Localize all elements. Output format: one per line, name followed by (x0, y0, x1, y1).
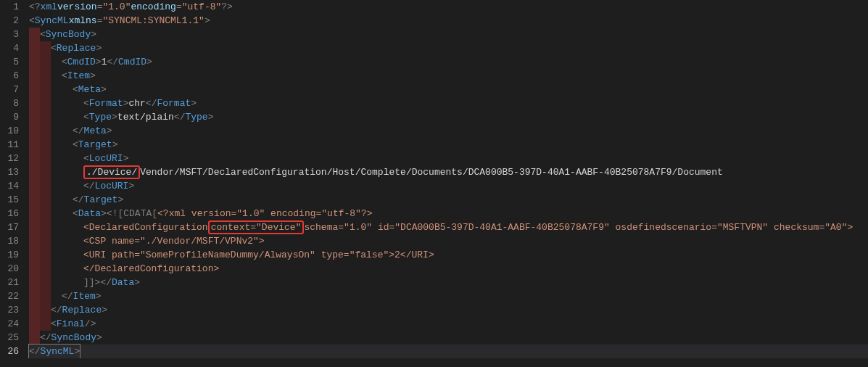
code-token: < (51, 317, 57, 331)
line-number: 18 (0, 234, 29, 248)
code-line[interactable]: <CmdID>1</CmdID> (29, 55, 868, 69)
line-number: 10 (0, 124, 29, 138)
code-token: > (134, 276, 140, 289)
code-token: > (91, 28, 96, 41)
line-number: 17 (0, 220, 29, 234)
code-token: Vendor/MSFT/DeclaredConfiguration/Host/C… (140, 165, 723, 179)
line-number: 25 (0, 331, 29, 345)
code-token: </ (100, 276, 112, 289)
code-line[interactable]: </DeclaredConfiguration> (29, 262, 868, 276)
code-area[interactable]: <?xml version="1.0" encoding="utf-8"?><S… (29, 0, 868, 358)
line-number: 5 (0, 55, 29, 69)
code-token: "1.0" (102, 0, 131, 14)
code-token: > (74, 346, 80, 357)
code-token: LocURI (95, 179, 129, 193)
code-line[interactable]: <Replace> (29, 41, 868, 55)
line-number: 13 (0, 165, 29, 179)
code-token: Target (78, 138, 112, 152)
line-number: 16 (0, 207, 29, 220)
code-token: </ (40, 331, 51, 345)
code-token: < (51, 41, 57, 55)
code-token: > (128, 179, 134, 193)
code-token: > (112, 110, 117, 124)
code-line[interactable]: ]]></Data> (29, 276, 868, 289)
code-line[interactable]: <Format>chr</Format> (29, 96, 868, 110)
code-token: Type (89, 110, 112, 124)
code-token: SyncML (35, 14, 69, 28)
code-token: </ (146, 96, 157, 110)
line-number: 24 (0, 317, 29, 331)
code-line[interactable]: <DeclaredConfiguration context="Device" … (29, 220, 868, 234)
code-token: < (62, 55, 67, 69)
code-line[interactable]: <SyncBody> (29, 28, 868, 41)
code-token: "utf-8" (182, 0, 222, 14)
code-token: > (101, 83, 107, 96)
code-token: < (73, 83, 78, 96)
code-token: > (96, 289, 102, 303)
code-token: <![CDATA[ (107, 207, 157, 220)
code-token: > (146, 55, 152, 69)
code-token: text/plain (117, 110, 174, 124)
code-line[interactable]: </LocURI> (29, 179, 868, 193)
code-token: < (29, 14, 35, 28)
code-line[interactable]: <Target> (29, 138, 868, 152)
code-line[interactable]: <Final /> (29, 317, 868, 331)
code-token: < (83, 152, 89, 165)
code-line[interactable]: </Replace> (29, 303, 868, 317)
code-line[interactable]: ./Device/Vendor/MSFT/DeclaredConfigurati… (29, 165, 868, 179)
code-token: Format (157, 96, 191, 110)
code-token: < (40, 28, 46, 41)
code-token: Item (73, 289, 96, 303)
code-line[interactable]: <?xml version="1.0" encoding="utf-8"?> (29, 0, 868, 14)
code-token: </ (83, 179, 95, 193)
line-number: 20 (0, 262, 29, 276)
line-number: 22 (0, 289, 29, 303)
line-number: 1 (0, 0, 29, 14)
code-line[interactable]: </Target> (29, 193, 868, 207)
line-number-gutter: 1234567891011121314151617181920212223242… (0, 0, 29, 358)
code-line[interactable]: </Meta> (29, 124, 868, 138)
code-editor[interactable]: 1234567891011121314151617181920212223242… (0, 0, 868, 358)
cursor-selection: </SyncML> (29, 345, 80, 358)
code-line[interactable]: </Item> (29, 289, 868, 303)
line-number: 3 (0, 28, 29, 41)
code-token: > (208, 110, 214, 124)
code-line[interactable]: <SyncML xmlns="SYNCML:SYNCML1.1"> (29, 14, 868, 28)
code-line[interactable]: <CSP name="./Vendor/MSFT/VPNv2"> (29, 234, 868, 248)
line-number: 7 (0, 83, 29, 96)
code-token: Replace (62, 303, 102, 317)
code-token: <?xml version="1.0" encoding="utf-8"?> (157, 207, 372, 220)
line-number: 2 (0, 14, 29, 28)
code-token: </ (107, 55, 118, 69)
code-token: Data (112, 276, 134, 289)
code-token: chr (128, 96, 145, 110)
code-line[interactable]: </SyncML> (29, 345, 868, 358)
code-token: = (97, 14, 103, 28)
code-token: Meta (78, 83, 101, 96)
code-token: > (123, 96, 129, 110)
line-number: 8 (0, 96, 29, 110)
code-token: SyncBody (46, 28, 91, 41)
code-token: > (90, 69, 96, 83)
code-token: </ (73, 124, 84, 138)
code-line[interactable]: <Item> (29, 69, 868, 83)
line-number: 4 (0, 41, 29, 55)
code-token: > (204, 14, 210, 28)
code-token: ]]> (83, 276, 100, 289)
code-token: Data (78, 207, 101, 220)
code-line[interactable]: </SyncBody> (29, 331, 868, 345)
line-number: 19 (0, 248, 29, 262)
code-token: version (57, 0, 97, 14)
code-token: ./Device/ (83, 165, 140, 179)
code-token: > (112, 138, 118, 152)
code-line[interactable]: <Type>text/plain</Type> (29, 110, 868, 124)
code-line[interactable]: <URI path="SomeProfileNameDummy/AlwaysOn… (29, 248, 868, 262)
code-token: <? (29, 0, 41, 14)
code-token: Replace (57, 41, 96, 55)
code-token: </DeclaredConfiguration> (83, 262, 219, 276)
code-line[interactable]: <LocURI> (29, 152, 868, 165)
code-line[interactable]: <Data><![CDATA[<?xml version="1.0" encod… (29, 207, 868, 220)
code-line[interactable]: <Meta> (29, 83, 868, 96)
code-token: SyncML (41, 346, 75, 357)
code-token: < (83, 110, 89, 124)
